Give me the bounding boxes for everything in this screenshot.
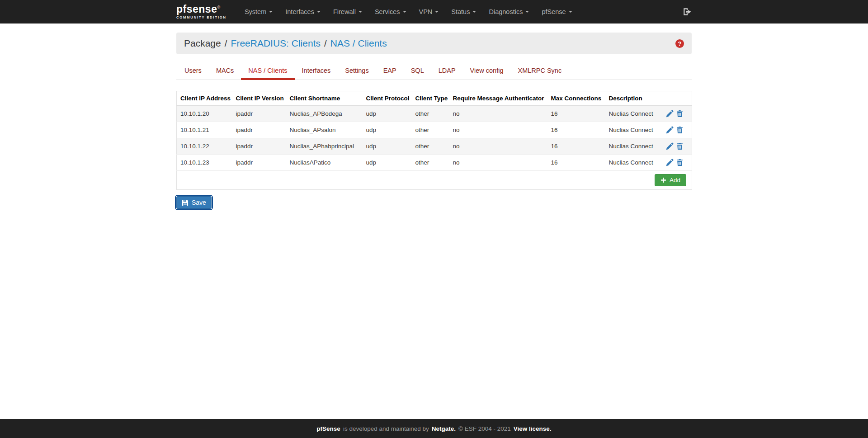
cell-shortname: Nuclias_APBodega [286, 106, 363, 122]
chevron-down-icon [435, 11, 439, 13]
nav-item-interfaces[interactable]: Interfaces [279, 0, 327, 24]
col-header-client-shortname: Client Shortname [286, 91, 363, 106]
col-header-require-message-authenticator: Require Message Authenticator [449, 91, 547, 106]
breadcrumb-link-nas-clients[interactable]: NAS / Clients [330, 38, 387, 49]
nav-item-label: VPN [419, 8, 433, 15]
cell-max-connections: 16 [547, 155, 605, 171]
nav-item-label: Diagnostics [489, 8, 523, 15]
nav-item-vpn[interactable]: VPN [413, 0, 445, 24]
cell-protocol: udp [363, 155, 412, 171]
tab-view-config[interactable]: View config [463, 62, 511, 80]
save-button[interactable]: Save [176, 196, 212, 209]
cell-max-connections: 16 [547, 106, 605, 122]
footer-brand: pfSense [316, 425, 340, 432]
tab-eap[interactable]: EAP [376, 62, 404, 80]
netgate-link[interactable]: Netgate. [432, 425, 456, 432]
table-row: 10.10.1.20 ipaddr Nuclias_APBodega udp o… [177, 106, 692, 122]
tab-users[interactable]: Users [177, 62, 209, 80]
cell-shortname: Nuclias_APsalon [286, 122, 363, 138]
tab-xmlrpc-sync[interactable]: XMLRPC Sync [510, 62, 569, 80]
nav-item-firewall[interactable]: Firewall [327, 0, 368, 24]
col-header-client-ip-version: Client IP Version [232, 91, 286, 106]
clients-table: Client IP Address Client IP Version Clie… [176, 91, 692, 190]
cell-ip-version: ipaddr [232, 138, 286, 155]
delete-icon[interactable] [676, 126, 684, 134]
cell-client-ip: 10.10.1.23 [177, 155, 232, 171]
cell-type: other [412, 155, 449, 171]
delete-icon[interactable] [676, 142, 684, 150]
cell-ip-version: ipaddr [232, 106, 286, 122]
table-row: 10.10.1.23 ipaddr NucliasAPatico udp oth… [177, 155, 692, 171]
help-icon[interactable]: ? [675, 39, 684, 48]
logo-text: pfsense [176, 3, 217, 15]
col-header-actions [662, 91, 692, 106]
breadcrumb-link-freeradius-clients[interactable]: FreeRADIUS: Clients [231, 38, 321, 49]
chevron-down-icon [269, 11, 273, 13]
breadcrumb-separator: / [225, 38, 227, 49]
save-icon [182, 199, 189, 206]
logo-edition: COMMUNITY EDITION [176, 16, 226, 19]
tab-ldap[interactable]: LDAP [431, 62, 463, 80]
main-menu: System Interfaces Firewall Services VPN … [238, 0, 579, 24]
edit-icon[interactable] [666, 142, 674, 150]
cell-description: Nuclias Connect [605, 106, 662, 122]
breadcrumb: Package / FreeRADIUS: Clients / NAS / Cl… [176, 33, 692, 54]
cell-require-auth: no [449, 106, 547, 122]
cell-client-ip: 10.10.1.22 [177, 138, 232, 155]
cell-max-connections: 16 [547, 138, 605, 155]
chevron-down-icon [472, 11, 476, 13]
nav-item-label: pfSense [542, 8, 566, 15]
cell-protocol: udp [363, 138, 412, 155]
footer-maintained-text: is developed and maintained by [343, 425, 429, 432]
table-row: 10.10.1.22 ipaddr Nuclias_APhabprincipal… [177, 138, 692, 155]
edit-icon[interactable] [666, 126, 674, 134]
col-header-client-type: Client Type [412, 91, 449, 106]
registered-mark: ® [217, 5, 220, 10]
tab-macs[interactable]: MACs [209, 62, 241, 80]
chevron-down-icon [403, 11, 406, 13]
logout-icon[interactable] [683, 8, 692, 16]
nav-item-pfsense[interactable]: pfSense [535, 0, 578, 24]
nav-item-status[interactable]: Status [445, 0, 482, 24]
chevron-down-icon [525, 11, 529, 13]
cell-shortname: Nuclias_APhabprincipal [286, 138, 363, 155]
cell-description: Nuclias Connect [605, 122, 662, 138]
view-license-link[interactable]: View license. [514, 425, 552, 432]
nav-item-diagnostics[interactable]: Diagnostics [482, 0, 535, 24]
cell-type: other [412, 138, 449, 155]
cell-client-ip: 10.10.1.20 [177, 106, 232, 122]
edit-icon[interactable] [666, 110, 674, 118]
nav-item-system[interactable]: System [238, 0, 279, 24]
nav-item-label: Firewall [333, 8, 356, 15]
tab-sql[interactable]: SQL [404, 62, 431, 80]
tab-settings[interactable]: Settings [338, 62, 376, 80]
cell-ip-version: ipaddr [232, 122, 286, 138]
top-navbar: pfsense® COMMUNITY EDITION System Interf… [0, 0, 868, 24]
cell-description: Nuclias Connect [605, 155, 662, 171]
breadcrumb-separator: / [324, 38, 327, 49]
chevron-down-icon [317, 11, 321, 13]
delete-icon[interactable] [676, 110, 684, 118]
delete-icon[interactable] [676, 159, 684, 166]
tab-interfaces[interactable]: Interfaces [295, 62, 338, 80]
cell-type: other [412, 122, 449, 138]
tab-nas-clients[interactable]: NAS / Clients [241, 62, 294, 80]
table-row: 10.10.1.21 ipaddr Nuclias_APsalon udp ot… [177, 122, 692, 138]
col-header-client-protocol: Client Protocol [363, 91, 412, 106]
add-button[interactable]: Add [655, 174, 686, 186]
table-header-row: Client IP Address Client IP Version Clie… [177, 91, 692, 106]
pfsense-logo[interactable]: pfsense® COMMUNITY EDITION [176, 4, 226, 19]
col-header-client-ip-address: Client IP Address [177, 91, 232, 106]
col-header-max-connections: Max Connections [547, 91, 605, 106]
main-content: Package / FreeRADIUS: Clients / NAS / Cl… [0, 24, 868, 419]
cell-ip-version: ipaddr [232, 155, 286, 171]
nav-item-services[interactable]: Services [368, 0, 413, 24]
edit-icon[interactable] [666, 159, 674, 166]
cell-protocol: udp [363, 122, 412, 138]
chevron-down-icon [359, 11, 362, 13]
cell-require-auth: no [449, 155, 547, 171]
cell-require-auth: no [449, 138, 547, 155]
breadcrumb-root: Package [184, 38, 221, 49]
col-header-description: Description [605, 91, 662, 106]
page: pfsense® COMMUNITY EDITION System Interf… [0, 0, 868, 438]
